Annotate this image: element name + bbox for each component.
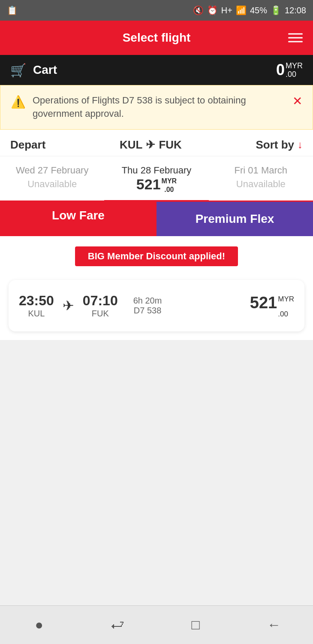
dep-time-value: 23:50 bbox=[19, 293, 54, 309]
departure-time: 23:50 KUL bbox=[19, 293, 54, 319]
back-icon: ← bbox=[267, 617, 281, 633]
hamburger-menu[interactable] bbox=[288, 33, 303, 43]
flight-price: 521 MYR .00 bbox=[250, 294, 294, 318]
cart-currency: MYR bbox=[286, 62, 303, 70]
flight-card[interactable]: 23:50 KUL ✈ 07:10 FUK 6h 20m D7 538 521 … bbox=[9, 280, 304, 331]
date-selector: Wed 27 February Unavailable Thu 28 Febru… bbox=[0, 156, 313, 202]
main-content bbox=[0, 340, 313, 598]
status-bar-right: 🔇 ⏰ H+ 📶 45% 🔋 12:08 bbox=[193, 5, 306, 15]
date-item-fri[interactable]: Fri 01 March Unavailable bbox=[209, 161, 313, 197]
sim-icon: 📋 bbox=[7, 5, 18, 15]
low-fare-tab[interactable]: Low Fare bbox=[0, 202, 156, 236]
recent-icon: ⮐ bbox=[111, 617, 124, 633]
duration-text: 6h 20m bbox=[133, 296, 162, 306]
premium-flex-tab[interactable]: Premium Flex bbox=[156, 202, 313, 236]
flight-cents: .00 bbox=[278, 310, 294, 318]
arr-airport: FUK bbox=[83, 309, 118, 319]
battery-icon: 🔋 bbox=[271, 5, 281, 15]
discount-badge: BIG Member Discount applied! bbox=[75, 246, 238, 266]
route: KUL ✈ FUK bbox=[120, 138, 182, 152]
bottom-nav: ● ⮐ □ ← bbox=[0, 605, 313, 644]
cart-label: Cart bbox=[33, 63, 57, 77]
plane-icon: ✈ bbox=[63, 298, 74, 314]
low-fare-label: Low Fare bbox=[52, 209, 105, 222]
flight-times: 23:50 KUL ✈ 07:10 FUK 6h 20m D7 538 bbox=[19, 293, 162, 319]
status-bar-left: 📋 bbox=[7, 5, 18, 15]
flight-price-value: 521 bbox=[250, 294, 277, 312]
date-day-thu: Thu 28 February bbox=[111, 165, 202, 176]
alert-icon: ⚠️ bbox=[11, 95, 26, 109]
arr-time-value: 07:10 bbox=[83, 293, 118, 309]
date-unavailable-wed: Unavailable bbox=[7, 179, 97, 190]
flight-list: 23:50 KUL ✈ 07:10 FUK 6h 20m D7 538 521 … bbox=[0, 271, 313, 340]
date-day-wed: Wed 27 February bbox=[7, 165, 97, 176]
cart-left: 🛒 Cart bbox=[10, 63, 57, 78]
alarm-icon: ⏰ bbox=[207, 5, 218, 15]
status-bar: 📋 🔇 ⏰ H+ 📶 45% 🔋 12:08 bbox=[0, 0, 313, 21]
apps-button[interactable]: □ bbox=[183, 612, 208, 638]
flight-currency: MYR bbox=[278, 295, 294, 303]
time: 12:08 bbox=[285, 6, 306, 15]
route-arrow-icon: ✈ bbox=[146, 138, 155, 152]
destination-airport: FUK bbox=[159, 138, 181, 152]
alert-close-button[interactable]: ✕ bbox=[292, 94, 302, 108]
date-day-fri: Fri 01 March bbox=[216, 165, 306, 176]
back-button[interactable]: ← bbox=[261, 612, 287, 638]
home-icon: ● bbox=[35, 617, 43, 633]
sort-by-label: Sort by bbox=[256, 138, 294, 152]
page-title: Select flight bbox=[123, 31, 191, 45]
arrival-time: 07:10 FUK bbox=[83, 293, 118, 319]
cart-icon: 🛒 bbox=[10, 63, 26, 78]
fare-tabs: Low Fare Premium Flex bbox=[0, 202, 313, 236]
signal-bars: 📶 bbox=[236, 5, 247, 15]
low-fare-indicator bbox=[72, 223, 84, 229]
flight-number: D7 538 bbox=[134, 306, 162, 316]
depart-label: Depart bbox=[10, 138, 45, 152]
cart-amount: 0 MYR .00 bbox=[276, 61, 303, 79]
cart-bar[interactable]: 🛒 Cart 0 MYR .00 bbox=[0, 55, 313, 85]
cart-cents: .00 bbox=[286, 70, 303, 78]
date-price-main: 521 bbox=[136, 176, 161, 193]
date-unavailable-fri: Unavailable bbox=[216, 179, 306, 190]
date-cents: .00 bbox=[162, 186, 177, 193]
battery-percent: 45% bbox=[250, 6, 267, 15]
date-item-wed[interactable]: Wed 27 February Unavailable bbox=[0, 161, 104, 197]
signal-icon: H+ bbox=[221, 6, 232, 15]
sort-arrow-icon: ↓ bbox=[298, 139, 303, 151]
date-item-thu[interactable]: Thu 28 February 521 MYR .00 bbox=[104, 161, 208, 202]
app-header: Select flight bbox=[0, 21, 313, 55]
date-price-thu: 521 MYR .00 bbox=[111, 176, 202, 193]
date-currency: MYR bbox=[162, 178, 177, 185]
mute-icon: 🔇 bbox=[193, 5, 204, 15]
home-button[interactable]: ● bbox=[26, 612, 52, 638]
alert-banner: ⚠️ Operations of Flights D7 538 is subje… bbox=[0, 85, 313, 130]
premium-flex-label: Premium Flex bbox=[196, 212, 274, 226]
sort-by-button[interactable]: Sort by ↓ bbox=[256, 138, 303, 152]
alert-text: Operations of Flights D7 538 is subject … bbox=[33, 94, 286, 121]
dep-airport: KUL bbox=[19, 309, 54, 319]
apps-icon: □ bbox=[192, 617, 200, 633]
flight-duration: 6h 20m D7 538 bbox=[133, 296, 162, 316]
origin-airport: KUL bbox=[120, 138, 142, 152]
cart-amount-value: 0 bbox=[276, 61, 285, 79]
depart-row: Depart KUL ✈ FUK Sort by ↓ bbox=[0, 130, 313, 156]
recent-button[interactable]: ⮐ bbox=[105, 612, 130, 638]
